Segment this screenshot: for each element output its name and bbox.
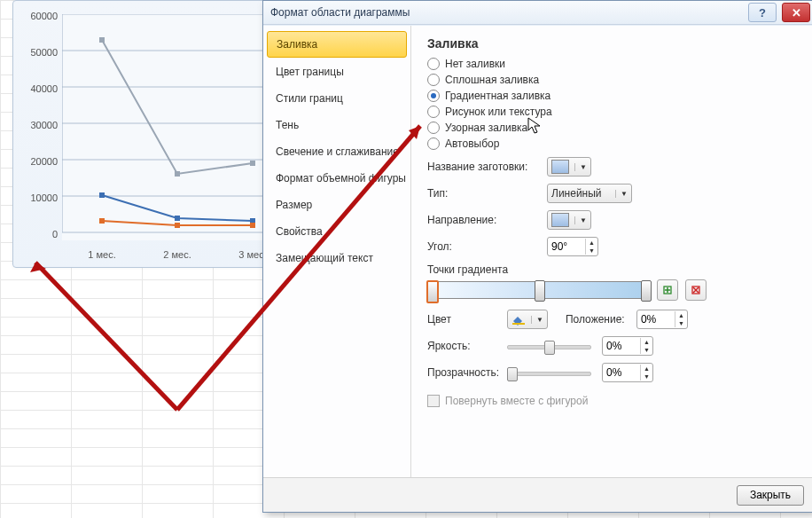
radio-auto[interactable] (427, 137, 440, 150)
svg-rect-14 (99, 218, 105, 224)
spin-down-icon[interactable]: ▼ (640, 346, 652, 354)
type-dropdown[interactable]: Линейный▼ (547, 184, 632, 203)
radio-solid[interactable] (427, 74, 440, 86)
y-tick: 60000 (20, 11, 58, 21)
opt-no-fill-label: Нет заливки (445, 58, 505, 70)
stops-label: Точки градиента (427, 263, 797, 276)
spin-up-icon[interactable]: ▲ (640, 338, 652, 346)
direction-swatch-icon (551, 213, 569, 227)
brightness-label: Яркость: (427, 340, 507, 352)
opt-gradient-label: Градиентная заливка (445, 90, 550, 102)
angle-label: Угол: (427, 240, 547, 253)
position-spinner[interactable]: ▲▼ (636, 310, 688, 329)
spin-up-icon[interactable]: ▲ (640, 365, 652, 373)
category-sidebar: Заливка Цвет границы Стили границ Тень С… (263, 26, 411, 477)
sidebar-item-alt-text[interactable]: Замещающий текст (267, 246, 407, 271)
y-tick: 20000 (20, 156, 58, 167)
main-panel: Заливка Нет заливки Сплошная заливка Гра… (411, 26, 812, 477)
gradient-stop-3[interactable] (641, 280, 652, 302)
radio-picture[interactable] (427, 106, 440, 118)
angle-input[interactable] (548, 240, 585, 253)
format-chart-area-dialog: Формат области диаграммы ? ✕ Заливка Цве… (262, 0, 812, 513)
brightness-spinner[interactable]: ▲▼ (602, 336, 653, 356)
sidebar-item-size[interactable]: Размер (267, 192, 407, 217)
rotate-checkbox[interactable] (427, 395, 440, 407)
opt-pattern-label: Узорная заливка (445, 122, 527, 134)
radio-pattern[interactable] (427, 122, 440, 134)
transparency-spinner[interactable]: ▲▼ (602, 363, 653, 382)
spin-down-icon[interactable]: ▼ (585, 247, 597, 255)
sidebar-item-border-color[interactable]: Цвет границы (267, 59, 407, 84)
close-icon[interactable]: ✕ (782, 3, 810, 22)
opt-solid-label: Сплошная заливка (445, 74, 539, 86)
preset-dropdown[interactable]: ▼ (547, 157, 591, 177)
paint-bucket-icon (511, 313, 526, 326)
opt-auto-label: Автовыбор (445, 137, 499, 150)
radio-gradient[interactable] (427, 90, 440, 102)
brightness-input[interactable] (603, 340, 640, 352)
rotate-label: Повернуть вместе с фигурой (445, 395, 588, 407)
svg-rect-10 (250, 161, 255, 166)
sidebar-item-3d-format[interactable]: Формат объемной фигуры (267, 166, 407, 191)
svg-rect-19 (512, 323, 525, 325)
transparency-input[interactable] (603, 366, 640, 379)
y-tick: 0 (20, 229, 58, 239)
sidebar-item-shadow[interactable]: Тень (267, 113, 407, 137)
sidebar-item-fill[interactable]: Заливка (267, 31, 407, 58)
transparency-label: Прозрачность: (427, 366, 507, 379)
spin-down-icon[interactable]: ▼ (675, 319, 687, 327)
gradient-stop-1[interactable] (426, 280, 439, 303)
x-tick: 2 мес. (155, 249, 199, 260)
type-value: Линейный (551, 187, 602, 200)
help-button[interactable]: ? (748, 3, 777, 22)
svg-rect-12 (175, 216, 180, 221)
y-tick: 50000 (20, 47, 58, 58)
remove-stop-button[interactable] (685, 279, 707, 301)
mouse-cursor-icon (527, 117, 542, 135)
direction-label: Направление: (427, 214, 547, 226)
preset-swatch-icon (551, 160, 569, 174)
y-tick: 40000 (20, 83, 58, 94)
gradient-track[interactable] (427, 281, 651, 299)
sidebar-item-border-styles[interactable]: Стили границ (267, 86, 407, 111)
y-tick: 10000 (20, 192, 58, 203)
panel-heading: Заливка (427, 36, 797, 51)
gradient-stop-2[interactable] (535, 280, 545, 302)
close-button[interactable]: Закрыть (737, 485, 804, 506)
svg-rect-8 (99, 37, 105, 43)
svg-rect-15 (175, 223, 180, 228)
transparency-slider[interactable] (507, 365, 591, 381)
direction-dropdown[interactable]: ▼ (547, 210, 591, 230)
y-tick: 30000 (20, 120, 58, 130)
angle-spinner[interactable]: ▲▼ (547, 237, 598, 256)
dialog-title: Формат области диаграммы (270, 6, 410, 19)
preset-label: Название заготовки: (427, 161, 547, 173)
sidebar-item-glow[interactable]: Свечение и сглаживание (267, 139, 407, 164)
position-label: Положение: (566, 313, 636, 326)
brightness-slider[interactable] (507, 338, 591, 354)
x-tick: 1 мес. (80, 249, 124, 260)
svg-rect-16 (250, 223, 255, 228)
spin-down-icon[interactable]: ▼ (640, 373, 652, 381)
spin-up-icon[interactable]: ▲ (675, 311, 687, 319)
sidebar-item-properties[interactable]: Свойства (267, 219, 407, 244)
svg-rect-9 (175, 171, 180, 177)
position-input[interactable] (637, 313, 675, 326)
add-stop-button[interactable] (657, 279, 678, 301)
color-dropdown[interactable]: ▼ (507, 310, 548, 329)
svg-rect-11 (99, 192, 105, 198)
opt-picture-label: Рисунок или текстура (445, 106, 552, 118)
titlebar: Формат области диаграммы ? ✕ (263, 1, 812, 25)
color-label: Цвет (427, 313, 507, 326)
spin-up-icon[interactable]: ▲ (585, 239, 597, 247)
type-label: Тип: (427, 187, 547, 200)
radio-no-fill[interactable] (427, 58, 440, 70)
